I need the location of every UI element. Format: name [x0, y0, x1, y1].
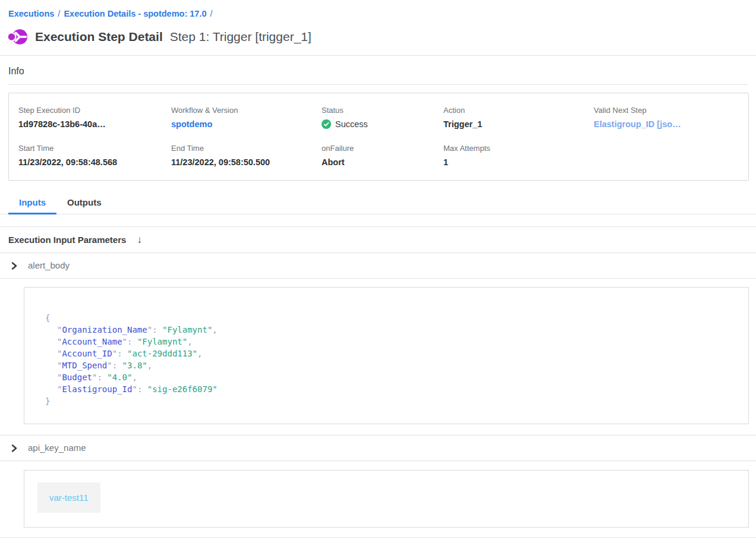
breadcrumb-separator-trailing: /	[210, 9, 213, 18]
action-value: Trigger_1	[443, 119, 594, 129]
brand-branch-icon	[8, 28, 28, 46]
breadcrumb-link-executions[interactable]: Executions	[8, 9, 54, 18]
param-label-api-key-name: api_key_name	[28, 443, 86, 453]
field-label: Step Execution ID	[18, 106, 171, 115]
param-label-alert-body: alert_body	[28, 260, 70, 270]
field-label: Valid Next Step	[594, 106, 739, 115]
field-step-execution-id: Step Execution ID 1d97828c-13b6-40a…	[18, 106, 171, 129]
tab-inputs[interactable]: Inputs	[8, 194, 56, 214]
step-execution-id-value: 1d97828c-13b6-40a…	[18, 119, 171, 129]
info-section: Info	[0, 56, 756, 85]
field-status: Status Success	[322, 106, 443, 129]
field-label: End Time	[171, 144, 322, 153]
param-row-api-key-name[interactable]: api_key_name	[0, 435, 756, 461]
field-label: Action	[443, 106, 594, 115]
field-label: Start Time	[18, 144, 171, 153]
page-subtitle: Step 1: Trigger [trigger_1]	[170, 30, 311, 44]
field-valid-next-step: Valid Next Step Elastigroup_ID [jso…	[594, 106, 739, 129]
field-workflow-version: Workflow & Version spotdemo	[171, 106, 322, 129]
field-start-time: Start Time 11/23/2022, 09:58:48.568	[18, 144, 171, 167]
page-header: Execution Step Detail Step 1: Trigger [t…	[0, 18, 756, 46]
field-label: onFailure	[322, 144, 443, 153]
execution-input-parameters-panel: Execution Input Parameters ↓ alert_body …	[0, 226, 756, 546]
info-section-heading: Info	[8, 56, 748, 85]
param-row-api-key-value[interactable]: api_key_value	[0, 537, 756, 546]
field-on-failure: onFailure Abort	[322, 144, 443, 167]
status-text: Success	[335, 119, 368, 129]
chevron-right-icon[interactable]	[11, 262, 18, 269]
field-label: Workflow & Version	[171, 106, 322, 115]
max-attempts-value: 1	[443, 157, 594, 167]
api-key-name-value-box: var-test11	[24, 470, 749, 528]
api-key-name-value-chip: var-test11	[37, 482, 100, 513]
end-time-value: 11/23/2022, 09:58:50.500	[171, 157, 322, 167]
start-time-value: 11/23/2022, 09:58:48.568	[18, 157, 171, 167]
field-action: Action Trigger_1	[443, 106, 594, 129]
param-row-alert-body[interactable]: alert_body	[0, 253, 756, 279]
success-check-icon	[322, 119, 331, 129]
status-value: Success	[322, 119, 443, 129]
alert-body-value-box: {"Organization_Name": "Fylamynt","Accoun…	[24, 287, 749, 424]
execution-input-parameters-header: Execution Input Parameters ↓	[0, 227, 756, 253]
on-failure-value: Abort	[322, 157, 443, 167]
collapse-arrow-down-icon[interactable]: ↓	[137, 235, 142, 245]
field-empty	[594, 144, 739, 167]
field-max-attempts: Max Attempts 1	[443, 144, 594, 167]
execution-input-parameters-label: Execution Input Parameters	[8, 235, 126, 245]
inputs-outputs-tabbar: Inputs Outputs	[0, 194, 756, 214]
breadcrumb-separator: /	[58, 9, 60, 18]
json-code: {"Organization_Name": "Fylamynt","Accoun…	[45, 312, 727, 407]
field-end-time: End Time 11/23/2022, 09:58:50.500	[171, 144, 322, 167]
field-label: Max Attempts	[443, 144, 594, 153]
info-card: Step Execution ID 1d97828c-13b6-40a… Wor…	[8, 93, 749, 181]
breadcrumb: Executions/Execution Details - spotdemo:…	[0, 0, 756, 18]
chevron-right-icon[interactable]	[11, 444, 18, 452]
workflow-version-link[interactable]: spotdemo	[171, 119, 322, 129]
field-label: Status	[322, 106, 443, 115]
tab-outputs[interactable]: Outputs	[56, 194, 112, 214]
valid-next-step-link[interactable]: Elastigroup_ID [jso…	[594, 119, 739, 129]
breadcrumb-link-execution-details[interactable]: Execution Details - spotdemo: 17.0	[64, 9, 206, 18]
page-title: Execution Step Detail	[35, 30, 163, 44]
execution-step-detail-page: Executions/Execution Details - spotdemo:…	[0, 0, 756, 546]
